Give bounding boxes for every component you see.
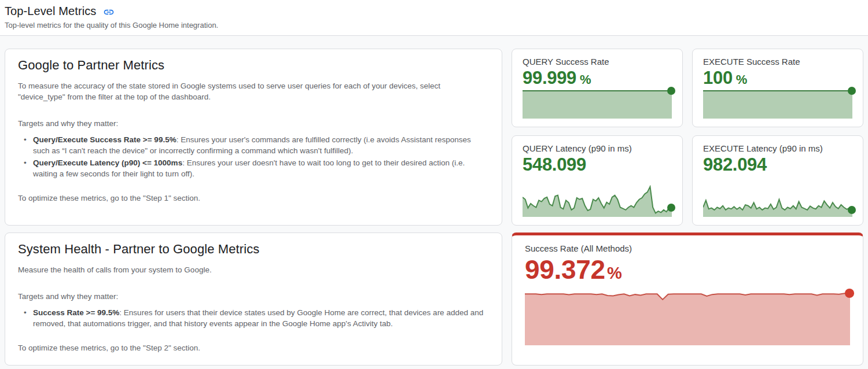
bullet-lead: Success Rate >= 99.5% bbox=[33, 308, 119, 317]
metric-label: EXECUTE Success Rate bbox=[703, 57, 852, 67]
metric-unit: % bbox=[736, 72, 748, 87]
sparkline-query-success-rate bbox=[523, 90, 672, 119]
metric-number: 548.099 bbox=[523, 154, 586, 175]
page-subtitle: Top-level metrics for the quality of thi… bbox=[5, 21, 863, 29]
card-google-to-partner-metrics: Google to Partner Metrics To measure the… bbox=[5, 49, 502, 226]
metric-value: 982.094 bbox=[703, 154, 852, 175]
targets-heading: Targets and why they matter: bbox=[18, 118, 489, 129]
metric-label: QUERY Latency (p90 in ms) bbox=[523, 143, 672, 153]
card-system-health: System Health - Partner to Google Metric… bbox=[5, 233, 502, 366]
sparkline-end-dot bbox=[667, 204, 675, 212]
targets-list: Success Rate >= 99.5%: Ensures for users… bbox=[24, 307, 489, 329]
sparkline-query-latency bbox=[523, 185, 672, 217]
card-footer-note: To optimize these metrics, go to the "St… bbox=[18, 193, 489, 204]
metrics-dashboard: Google to Partner Metrics To measure the… bbox=[0, 36, 868, 369]
card-intro: To measure the accuracy of the state sto… bbox=[18, 80, 489, 102]
anchor-link-icon[interactable] bbox=[103, 6, 115, 18]
list-item: Query/Execute Success Rate >= 99.5%: Ens… bbox=[24, 134, 489, 156]
bullet-lead: Query/Execute Success Rate >= 99.5% bbox=[33, 135, 176, 144]
metric-value: 99.372 % bbox=[525, 254, 850, 285]
card-intro: Measure the health of calls from your sy… bbox=[18, 264, 489, 275]
targets-heading: Targets and why they matter: bbox=[18, 291, 489, 302]
metric-value: 100 % bbox=[703, 68, 852, 88]
metric-value: 99.999 % bbox=[523, 68, 672, 88]
metric-number: 100 bbox=[703, 68, 733, 88]
card-title: Google to Partner Metrics bbox=[18, 58, 489, 73]
metric-label: Success Rate (All Methods) bbox=[525, 243, 850, 253]
metric-unit: % bbox=[607, 264, 622, 283]
list-item: Query/Execute Latency (p90) <= 1000ms: E… bbox=[24, 157, 489, 179]
card-footer-note: To optimize these metrics, go to the "St… bbox=[18, 342, 489, 353]
title-row: Top-Level Metrics bbox=[5, 5, 863, 18]
sparkline-end-dot bbox=[667, 87, 675, 95]
page-header: Top-Level Metrics Top-level metrics for … bbox=[0, 0, 868, 36]
metric-card-execute-latency: EXECUTE Latency (p90 in ms) 982.094 bbox=[692, 135, 863, 226]
metric-value: 548.099 bbox=[523, 154, 672, 175]
metric-card-execute-success-rate: EXECUTE Success Rate 100 % bbox=[692, 49, 863, 127]
metric-label: QUERY Success Rate bbox=[523, 57, 672, 67]
metric-unit: % bbox=[580, 72, 591, 87]
sparkline-execute-latency bbox=[703, 185, 852, 217]
metric-card-query-success-rate: QUERY Success Rate 99.999 % bbox=[512, 49, 683, 127]
sparkline-success-rate-all-methods bbox=[525, 292, 850, 345]
metric-card-query-latency: QUERY Latency (p90 in ms) 548.099 bbox=[512, 135, 683, 226]
sparkline-end-dot bbox=[845, 289, 854, 298]
sparkline-end-dot bbox=[848, 206, 856, 214]
sparkline-end-dot bbox=[848, 87, 856, 95]
metric-card-success-rate-all-methods: Success Rate (All Methods) 99.372 % bbox=[512, 233, 863, 366]
metric-number: 99.999 bbox=[523, 68, 576, 88]
metric-label: EXECUTE Latency (p90 in ms) bbox=[703, 143, 852, 153]
card-title: System Health - Partner to Google Metric… bbox=[18, 242, 489, 257]
page-title: Top-Level Metrics bbox=[5, 5, 96, 18]
list-item: Success Rate >= 99.5%: Ensures for users… bbox=[24, 307, 489, 329]
mini-metric-grid: QUERY Success Rate 99.999 % EXECUTE Succ… bbox=[512, 49, 863, 226]
targets-list: Query/Execute Success Rate >= 99.5%: Ens… bbox=[24, 134, 489, 179]
bullet-lead: Query/Execute Latency (p90) <= 1000ms bbox=[33, 158, 182, 167]
sparkline-execute-success-rate bbox=[703, 90, 852, 119]
metric-number: 982.094 bbox=[703, 154, 767, 175]
metric-number: 99.372 bbox=[525, 254, 605, 285]
